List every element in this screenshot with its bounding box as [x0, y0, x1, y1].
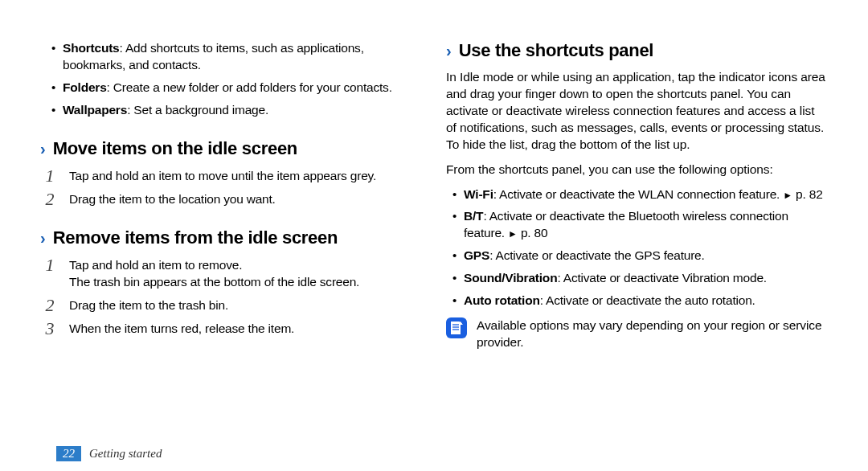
step-item: 1 Tap and hold an item to remove. The tr… — [40, 256, 422, 291]
term-label: Auto rotation — [464, 293, 540, 307]
list-item: GPS: Activate or deactivate the GPS feat… — [449, 248, 828, 264]
term-desc: : Set a background image. — [127, 103, 268, 117]
term-label: Wi-Fi — [464, 187, 493, 201]
page-ref: p. 82 — [796, 187, 822, 201]
step-item: 1 Tap and hold an item to move until the… — [40, 167, 422, 185]
right-column: › Use the shortcuts panel In Idle mode o… — [446, 40, 828, 431]
term-label: Shortcuts — [63, 41, 120, 55]
step-number: 3 — [40, 320, 59, 338]
step-text: Tap and hold an item to move until the i… — [69, 167, 422, 185]
term-label: B/T — [464, 209, 483, 223]
page-body: Shortcuts: Add shortcuts to items, such … — [0, 0, 868, 431]
term-desc: : Create a new folder or add folders for… — [107, 80, 392, 94]
remove-steps: 1 Tap and hold an item to remove. The tr… — [40, 256, 422, 338]
step-item: 2 Drag the item to the trash bin. — [40, 297, 422, 314]
step-number: 2 — [40, 190, 59, 208]
step-number: 1 — [40, 256, 59, 291]
step-text: Drag the item to the trash bin. — [69, 297, 422, 314]
chevron-icon: › — [446, 42, 452, 60]
term-label: Folders — [63, 80, 107, 94]
paragraph: In Idle mode or while using an applicati… — [446, 69, 828, 154]
heading-text: Remove items from the idle screen — [53, 227, 338, 248]
page-number: 22 — [56, 446, 81, 461]
heading-text: Use the shortcuts panel — [459, 40, 654, 61]
step-item: 2 Drag the item to the location you want… — [40, 190, 422, 208]
chapter-title: Getting started — [89, 447, 162, 461]
heading-use-shortcuts: › Use the shortcuts panel — [446, 40, 828, 61]
term-label: GPS — [464, 248, 489, 262]
triangle-icon: ► — [783, 189, 792, 200]
note-icon — [446, 317, 467, 338]
note-text: Available options may vary depending on … — [477, 317, 828, 351]
options-bullet-list: Wi-Fi: Activate or deactivate the WLAN c… — [446, 186, 828, 310]
step-text: Drag the item to the location you want. — [69, 190, 422, 208]
page-footer: 22 Getting started — [56, 446, 162, 461]
left-column: Shortcuts: Add shortcuts to items, such … — [40, 40, 422, 431]
list-item: Wi-Fi: Activate or deactivate the WLAN c… — [449, 186, 828, 203]
list-item: Auto rotation: Activate or deactivate th… — [449, 293, 828, 309]
heading-text: Move items on the idle screen — [53, 138, 297, 159]
intro-bullet-list: Shortcuts: Add shortcuts to items, such … — [40, 40, 422, 119]
step-text: When the item turns red, release the ite… — [69, 320, 422, 338]
term-desc: : Activate or deactivate Vibration mode. — [557, 271, 767, 285]
paragraph: From the shortcuts panel, you can use th… — [446, 162, 828, 178]
triangle-icon: ► — [508, 228, 518, 240]
step-number: 1 — [40, 167, 59, 185]
list-item: Folders: Create a new folder or add fold… — [48, 80, 422, 96]
move-steps: 1 Tap and hold an item to move until the… — [40, 167, 422, 208]
list-item: Wallpapers: Set a background image. — [48, 102, 422, 119]
step-text: Tap and hold an item to remove. The tras… — [69, 256, 422, 291]
chevron-icon: › — [40, 229, 46, 248]
list-item: Shortcuts: Add shortcuts to items, such … — [48, 40, 422, 74]
note-block: Available options may vary depending on … — [446, 317, 828, 351]
chevron-icon: › — [40, 140, 46, 158]
heading-move-items: › Move items on the idle screen — [40, 138, 422, 159]
step-item: 3 When the item turns red, release the i… — [40, 320, 422, 338]
heading-remove-items: › Remove items from the idle screen — [40, 227, 422, 248]
page-ref: p. 80 — [521, 226, 547, 240]
list-item: B/T: Activate or deactivate the Bluetoot… — [449, 208, 828, 242]
list-item: Sound/Vibration: Activate or deactivate … — [449, 270, 828, 287]
term-desc: : Activate or deactivate the GPS feature… — [489, 248, 705, 262]
term-label: Wallpapers — [63, 103, 127, 117]
term-label: Sound/Vibration — [464, 271, 557, 285]
term-desc: : Activate or deactivate the auto rotati… — [540, 293, 755, 307]
term-desc: : Activate or deactivate the WLAN connec… — [493, 187, 784, 201]
step-number: 2 — [40, 297, 59, 314]
